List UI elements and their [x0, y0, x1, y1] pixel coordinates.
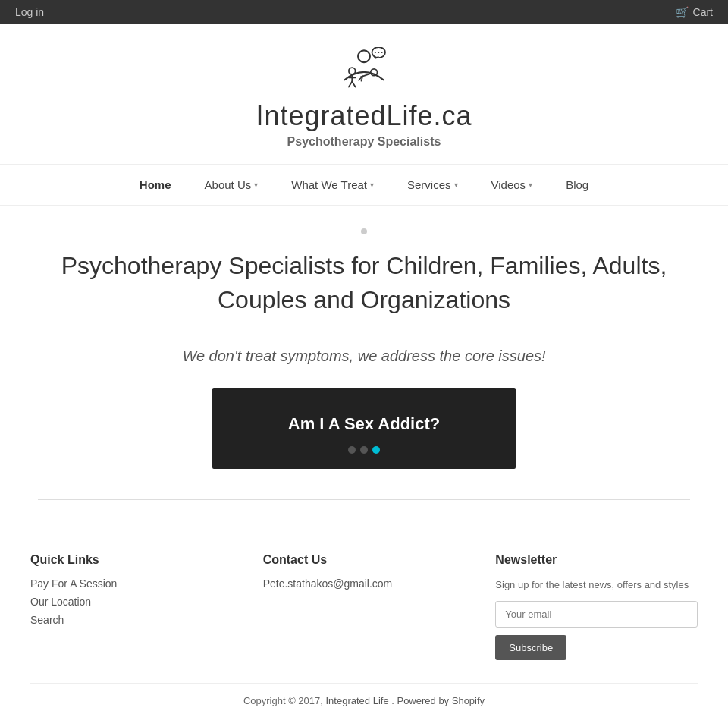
cart-icon: 🛒: [676, 6, 689, 18]
footer-divider: [38, 499, 690, 500]
svg-point-3: [378, 52, 379, 53]
subscribe-button[interactable]: Subscribe: [495, 635, 566, 660]
banner-dots: [228, 446, 500, 454]
site-header: IntegratedLife.ca Psychotherapy Speciali…: [0, 24, 728, 164]
copyright-bar: Copyright © 2017, Integrated Life . Powe…: [30, 683, 698, 711]
site-subtitle: Psychotherapy Specialists: [15, 135, 713, 149]
nav-item-services[interactable]: Services ▾: [391, 165, 475, 205]
newsletter-description: Sign up for the latest news, offers and …: [495, 577, 698, 593]
banner-dot-1[interactable]: [348, 446, 356, 454]
nav-item-about[interactable]: About Us ▾: [188, 165, 275, 205]
main-heading: Psychotherapy Specialists for Children, …: [38, 249, 690, 317]
main-content: Psychotherapy Specialists for Children, …: [23, 206, 705, 530]
chevron-down-icon: ▾: [370, 181, 374, 189]
nav-item-blog[interactable]: Blog: [549, 165, 605, 205]
svg-point-0: [358, 50, 370, 62]
footer-contact: Contact Us Pete.stathakos@gmail.com: [263, 553, 466, 661]
quick-link-location[interactable]: Our Location: [30, 596, 233, 608]
nav-inner: Home About Us ▾ What We Treat ▾ Services…: [15, 165, 713, 205]
chevron-down-icon: ▾: [529, 181, 532, 189]
site-title: IntegratedLife.ca: [15, 100, 713, 132]
promo-banner[interactable]: Am I A Sex Addict?: [212, 388, 516, 469]
brand-link[interactable]: Integrated Life: [326, 695, 389, 706]
banner-dot-3[interactable]: [372, 446, 380, 454]
top-bar: Log in 🛒 Cart: [0, 0, 728, 24]
main-nav: Home About Us ▾ What We Treat ▾ Services…: [0, 164, 728, 206]
footer-quick-links: Quick Links Pay For A Session Our Locati…: [30, 553, 233, 661]
cart-label: Cart: [693, 6, 713, 18]
footer-newsletter: Newsletter Sign up for the latest news, …: [495, 553, 698, 661]
nav-item-videos[interactable]: Videos ▾: [475, 165, 550, 205]
footer-grid: Quick Links Pay For A Session Our Locati…: [30, 553, 698, 661]
banner-text: Am I A Sex Addict?: [228, 414, 500, 434]
contact-email: Pete.stathakos@gmail.com: [263, 577, 466, 590]
nav-item-what-we-treat[interactable]: What We Treat ▾: [275, 165, 391, 205]
nav-item-home[interactable]: Home: [123, 165, 188, 205]
contact-title: Contact Us: [263, 553, 466, 567]
banner-dot-2[interactable]: [360, 446, 368, 454]
newsletter-title: Newsletter: [495, 553, 698, 567]
cart-link[interactable]: 🛒 Cart: [676, 6, 713, 18]
site-footer: Quick Links Pay For A Session Our Locati…: [0, 530, 728, 711]
chevron-down-icon: ▾: [454, 181, 458, 189]
powered-by-link[interactable]: Powered by Shopify: [397, 695, 485, 706]
svg-point-6: [349, 68, 356, 74]
login-link[interactable]: Log in: [15, 6, 44, 18]
chevron-down-icon: ▾: [254, 181, 258, 189]
tagline: We don't treat symptoms, we address the …: [38, 348, 690, 365]
svg-point-4: [381, 52, 383, 53]
quick-link-pay[interactable]: Pay For A Session: [30, 577, 233, 590]
copyright-text: Copyright © 2017, Integrated Life . Powe…: [243, 695, 485, 706]
section-dot-indicator: [361, 228, 367, 234]
quick-link-search[interactable]: Search: [30, 614, 233, 626]
site-logo: [337, 47, 391, 93]
svg-point-2: [375, 52, 376, 53]
newsletter-email-input[interactable]: [495, 601, 698, 628]
quick-links-title: Quick Links: [30, 553, 233, 567]
